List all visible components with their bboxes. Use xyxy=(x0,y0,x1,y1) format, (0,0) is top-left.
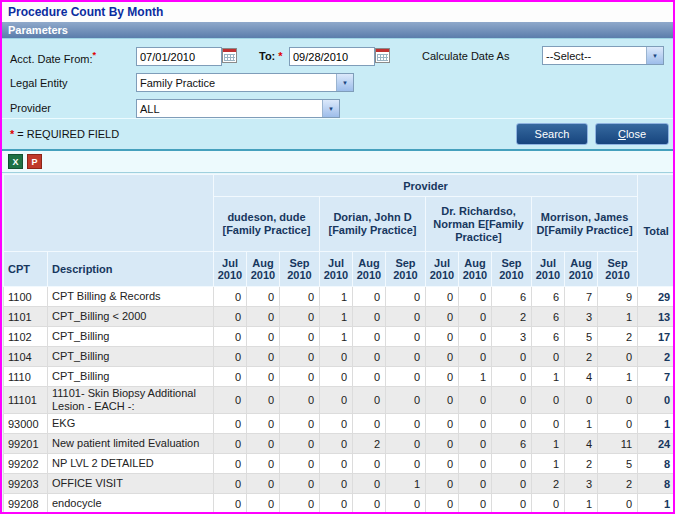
calendar-icon[interactable] xyxy=(222,48,237,63)
count-cell: 0 xyxy=(353,387,386,414)
count-cell: 0 xyxy=(214,327,247,347)
provider-value: ALL xyxy=(137,103,322,115)
report-grid-container: Provider Total dudeson, dude [Family Pra… xyxy=(2,173,673,512)
page-title: Procedure Count By Month xyxy=(8,5,163,19)
count-cell: 3 xyxy=(565,474,598,494)
count-cell: 1 xyxy=(320,327,353,347)
legal-entity-select[interactable]: Family Practice ▼ xyxy=(136,73,354,92)
count-cell: 6 xyxy=(492,287,532,307)
total-cell: 17 xyxy=(638,327,673,347)
count-cell: 0 xyxy=(426,434,459,454)
cpt-cell: 1100 xyxy=(4,287,48,307)
search-button[interactable]: Search xyxy=(516,123,588,145)
month-column-header: Jul2010 xyxy=(426,252,459,287)
total-cell: 2 xyxy=(638,347,673,367)
count-cell: 2 xyxy=(532,474,565,494)
count-cell: 0 xyxy=(426,387,459,414)
cpt-column-header: CPT xyxy=(4,252,48,287)
count-cell: 0 xyxy=(426,327,459,347)
count-cell: 0 xyxy=(492,474,532,494)
count-cell: 0 xyxy=(598,414,638,434)
count-cell: 0 xyxy=(280,434,320,454)
count-cell: 0 xyxy=(532,387,565,414)
required-star: * xyxy=(93,50,97,60)
description-cell: OFFICE VISIT xyxy=(48,474,214,494)
cpt-cell: 99203 xyxy=(4,474,48,494)
count-cell: 0 xyxy=(532,414,565,434)
provider-column-header: dudeson, dude [Family Practice] xyxy=(214,197,320,252)
count-cell: 2 xyxy=(598,474,638,494)
count-cell: 4 xyxy=(565,367,598,387)
provider-label: Provider xyxy=(10,102,51,114)
count-cell: 1 xyxy=(598,307,638,327)
chevron-down-icon[interactable]: ▼ xyxy=(646,47,663,64)
total-cell: 24 xyxy=(638,434,673,454)
count-cell: 0 xyxy=(247,287,280,307)
count-cell: 0 xyxy=(247,327,280,347)
table-corner xyxy=(4,175,214,252)
count-cell: 0 xyxy=(353,414,386,434)
month-column-header: Sep2010 xyxy=(598,252,638,287)
table-row: 1110CPT_Billing0000000101417 xyxy=(4,367,674,387)
chevron-down-icon[interactable]: ▼ xyxy=(322,100,339,117)
count-cell: 0 xyxy=(247,347,280,367)
provider-select[interactable]: ALL ▼ xyxy=(136,99,340,118)
count-cell: 0 xyxy=(247,494,280,513)
count-cell: 1 xyxy=(598,367,638,387)
count-cell: 0 xyxy=(598,387,638,414)
count-cell: 0 xyxy=(320,494,353,513)
close-button[interactable]: Close xyxy=(595,123,669,145)
count-cell: 0 xyxy=(214,287,247,307)
count-cell: 0 xyxy=(459,307,492,327)
count-cell: 3 xyxy=(565,307,598,327)
calendar-icon[interactable] xyxy=(375,48,390,63)
count-cell: 0 xyxy=(214,434,247,454)
count-cell: 11 xyxy=(598,434,638,454)
count-cell: 0 xyxy=(459,434,492,454)
description-cell: endocycle xyxy=(48,494,214,513)
count-cell: 0 xyxy=(280,307,320,327)
month-column-header: Sep2010 xyxy=(280,252,320,287)
count-cell: 0 xyxy=(459,474,492,494)
provider-column-header: Morrison, James D[Family Practice] xyxy=(532,197,638,252)
month-column-header: Aug2010 xyxy=(353,252,386,287)
cpt-cell: 99208 xyxy=(4,494,48,513)
calculate-date-as-select[interactable]: --Select-- ▼ xyxy=(542,46,664,65)
table-row: 1102CPT_Billing00010000365217 xyxy=(4,327,674,347)
count-cell: 0 xyxy=(426,307,459,327)
count-cell: 0 xyxy=(320,387,353,414)
month-column-header: Jul2010 xyxy=(320,252,353,287)
cpt-cell: 11101 xyxy=(4,387,48,414)
count-cell: 1 xyxy=(320,307,353,327)
count-cell: 5 xyxy=(598,454,638,474)
month-column-header: Jul2010 xyxy=(532,252,565,287)
acct-date-from-input[interactable] xyxy=(136,47,222,66)
count-cell: 0 xyxy=(320,434,353,454)
count-cell: 0 xyxy=(459,347,492,367)
month-column-header: Sep2010 xyxy=(386,252,426,287)
count-cell: 0 xyxy=(214,367,247,387)
procedure-count-table: Provider Total dudeson, dude [Family Pra… xyxy=(3,174,673,512)
description-cell: CPT_Billing < 2000 xyxy=(48,307,214,327)
acct-date-to-input[interactable] xyxy=(289,47,375,66)
chevron-down-icon[interactable]: ▼ xyxy=(336,74,353,91)
required-star: * xyxy=(278,50,282,62)
excel-export-icon[interactable]: X xyxy=(8,154,23,169)
count-cell: 0 xyxy=(353,287,386,307)
count-cell: 0 xyxy=(214,474,247,494)
count-cell: 0 xyxy=(247,474,280,494)
count-cell: 0 xyxy=(426,347,459,367)
count-cell: 0 xyxy=(386,494,426,513)
actions-row: * = REQUIRED FIELD Search Close xyxy=(2,118,673,149)
table-row: 99203OFFICE VISIT0000010002328 xyxy=(4,474,674,494)
count-cell: 0 xyxy=(386,387,426,414)
count-cell: 1 xyxy=(532,367,565,387)
count-cell: 0 xyxy=(280,387,320,414)
description-column-header: Description xyxy=(48,252,214,287)
count-cell: 0 xyxy=(247,367,280,387)
count-cell: 0 xyxy=(353,327,386,347)
count-cell: 0 xyxy=(320,367,353,387)
pdf-export-icon[interactable]: P xyxy=(27,154,42,169)
count-cell: 0 xyxy=(280,327,320,347)
count-cell: 7 xyxy=(565,287,598,307)
